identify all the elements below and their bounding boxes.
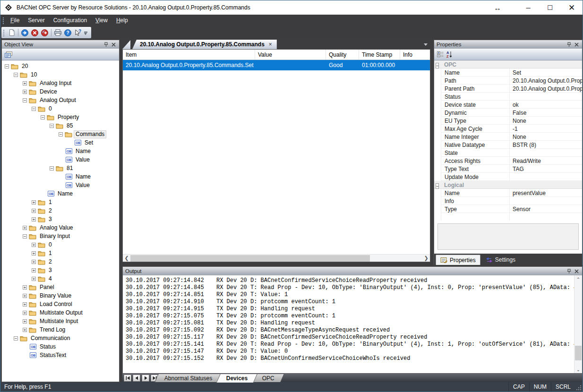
collapse-icon[interactable]: −	[5, 64, 9, 68]
tree-item-binary-input[interactable]: −Binary Input	[2, 232, 119, 240]
tree-item-binary-value[interactable]: +Binary Value	[2, 291, 119, 300]
vscroll-thumb[interactable]	[575, 346, 582, 360]
property-row-status[interactable]: Status	[434, 93, 582, 101]
tree-item-analog-input[interactable]: +Analog Input	[2, 79, 119, 87]
toolbar-overflow-button[interactable]	[84, 28, 88, 37]
tree-item-statustext[interactable]: OBStatusText	[2, 351, 119, 359]
toolbar-grip[interactable]	[3, 29, 5, 36]
collapse-icon[interactable]: −	[436, 63, 439, 68]
column-header-value[interactable]: Value	[255, 50, 326, 60]
help-icon[interactable]: ?	[63, 28, 73, 38]
nav-first-button[interactable]	[124, 375, 131, 382]
tree-item-name[interactable]: OBName	[2, 189, 119, 198]
property-row-update-mode[interactable]: Update Mode	[434, 173, 582, 181]
print-icon[interactable]	[53, 28, 63, 38]
tree-item-2[interactable]: +2	[2, 206, 119, 215]
tree-item-panel[interactable]: +Panel	[2, 283, 119, 291]
tree-item-name[interactable]: OBName	[2, 147, 119, 155]
collapse-icon[interactable]: −	[32, 107, 36, 111]
collapse-icon[interactable]: −	[50, 166, 54, 170]
property-group-opc[interactable]: −OPC	[434, 60, 582, 68]
tree-item-property[interactable]: −Property	[2, 113, 119, 121]
property-row-device-state[interactable]: Device stateok	[434, 101, 582, 109]
categorized-icon[interactable]	[437, 51, 444, 58]
close-icon[interactable]	[110, 41, 117, 48]
sort-az-icon[interactable]: AZ	[446, 51, 453, 58]
collapse-icon[interactable]: −	[14, 336, 18, 341]
collapse-icon[interactable]: −	[23, 98, 27, 102]
collapse-icon[interactable]: −	[50, 124, 54, 128]
tree-item-3[interactable]: +3	[2, 215, 119, 223]
collapse-icon[interactable]: −	[59, 132, 63, 136]
document-tab[interactable]: 20.10.Analog Output.0.Property.85.Comman…	[132, 40, 277, 49]
object-list-icon[interactable]	[4, 51, 13, 58]
tree-item-81[interactable]: −81	[2, 164, 119, 172]
property-row-access-rights[interactable]: Access RightsRead/Write	[434, 157, 582, 165]
tree-item-3[interactable]: +3	[2, 266, 119, 274]
tree-item-2[interactable]: +2	[2, 257, 119, 266]
new-document-icon[interactable]	[7, 28, 17, 38]
property-row-type[interactable]: TypeSensor	[434, 205, 582, 213]
scroll-down-icon[interactable]: ⌄	[574, 366, 582, 373]
tree-item-1[interactable]: +1	[2, 198, 119, 206]
tab-abnormal-statuses[interactable]: Abnormal Statuses	[154, 374, 223, 383]
close-button[interactable]: ✕	[561, 0, 583, 15]
property-row-info[interactable]: Info	[434, 197, 582, 205]
expand-icon[interactable]: +	[32, 277, 36, 281]
tab-settings[interactable]: Settings	[481, 255, 520, 265]
tree-item-load-control[interactable]: +Load Control	[2, 300, 119, 308]
close-icon[interactable]	[573, 41, 580, 48]
expand-icon[interactable]: +	[32, 251, 36, 256]
tree-item-85[interactable]: −85	[2, 121, 119, 130]
expand-icon[interactable]: +	[23, 302, 27, 307]
menu-item-configuration[interactable]: Configuration	[49, 15, 91, 26]
tree-item-analog-output[interactable]: −Analog Output	[2, 96, 119, 104]
nav-prev-button[interactable]	[133, 375, 140, 382]
tree-item-multistate-input[interactable]: +Multistate Input	[2, 317, 119, 325]
tree-item-0[interactable]: −0	[2, 104, 119, 113]
collapse-icon[interactable]: −	[14, 73, 18, 77]
close-icon[interactable]	[573, 268, 580, 274]
maximize-button[interactable]: ☐	[539, 0, 561, 15]
tab-devices[interactable]: Devices	[216, 374, 258, 383]
expand-icon[interactable]: +	[32, 268, 36, 273]
tree-item-status[interactable]: OBStatus	[2, 342, 119, 351]
expand-icon[interactable]: +	[23, 294, 27, 298]
grid-row[interactable]: 20.10.Analog Output.0.Property.85.Comman…	[123, 60, 430, 70]
start-icon[interactable]	[20, 28, 30, 38]
tree-item-multistate-output[interactable]: +Multistate Output	[2, 308, 119, 317]
pin-icon[interactable]	[566, 268, 572, 274]
expand-icon[interactable]: +	[23, 328, 27, 332]
pin-icon[interactable]	[103, 41, 109, 48]
scroll-left-icon[interactable]: ❮	[123, 255, 130, 262]
expand-icon[interactable]: +	[23, 226, 27, 230]
nav-next-button[interactable]	[142, 375, 149, 382]
tree-item-analog-value[interactable]: +Analog Value	[2, 223, 119, 232]
vertical-scrollbar[interactable]: ⌃ ⌄	[574, 275, 582, 373]
expand-icon[interactable]: +	[32, 209, 36, 213]
context-help-icon[interactable]: ?	[73, 28, 83, 38]
tree-item-value[interactable]: OBValue	[2, 181, 119, 189]
pin-icon[interactable]	[566, 41, 572, 48]
tree-item-10[interactable]: −10	[2, 70, 119, 79]
expand-icon[interactable]: +	[23, 81, 27, 85]
stop-icon[interactable]	[30, 28, 40, 38]
scroll-right-icon[interactable]: ❯	[422, 255, 430, 262]
expand-icon[interactable]: +	[23, 319, 27, 324]
tab-close-icon[interactable]: ×	[269, 41, 272, 48]
tree-item-0[interactable]: +0	[2, 240, 119, 249]
property-row-name[interactable]: NameSet	[434, 68, 582, 77]
tree-item-1[interactable]: +1	[2, 249, 119, 257]
menu-item-server[interactable]: Server	[24, 15, 49, 26]
column-header-time-stamp[interactable]: Time Stamp	[359, 50, 400, 60]
tree-item-value[interactable]: OBValue	[2, 155, 119, 164]
menu-item-view[interactable]: View	[91, 15, 112, 26]
tab-list-dropdown-icon[interactable]	[424, 43, 428, 46]
expand-icon[interactable]: +	[32, 260, 36, 264]
tree-item-4[interactable]: +4	[2, 274, 119, 283]
collapse-icon[interactable]: −	[41, 115, 45, 119]
minimize-button[interactable]: ─	[517, 0, 539, 15]
menu-item-help[interactable]: Help	[112, 15, 132, 26]
column-header-info[interactable]: Info	[400, 50, 430, 60]
hscroll-track[interactable]	[130, 255, 422, 262]
